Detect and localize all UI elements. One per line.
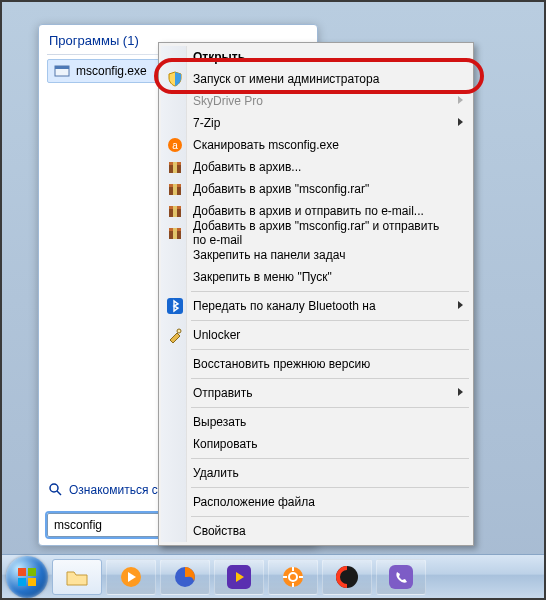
taskbar-settings-orange[interactable] <box>268 559 318 595</box>
context-menu-item[interactable]: Закрепить в меню "Пуск" <box>161 266 471 288</box>
context-menu-separator <box>191 407 469 408</box>
context-menu-item[interactable]: Копировать <box>161 433 471 455</box>
context-menu-item[interactable]: Добавить в архив... <box>161 156 471 178</box>
context-menu-item[interactable]: Восстановить прежнюю версию <box>161 353 471 375</box>
context-menu-item[interactable]: Закрепить на панели задач <box>161 244 471 266</box>
context-menu-item[interactable]: Открыть <box>161 46 471 68</box>
svg-rect-21 <box>28 568 36 576</box>
svg-rect-17 <box>173 228 177 239</box>
context-menu-item-label: Закрепить в меню "Пуск" <box>193 270 332 284</box>
ccleaner-icon <box>335 565 359 589</box>
context-menu-separator <box>191 320 469 321</box>
viber-icon <box>389 565 413 589</box>
taskbar <box>2 554 544 598</box>
gear-icon <box>281 565 305 589</box>
play-icon <box>227 565 251 589</box>
chevron-right-icon <box>458 388 463 396</box>
winrar-icon <box>166 158 184 176</box>
svg-rect-8 <box>173 162 177 173</box>
search-icon <box>49 483 63 497</box>
firefox-icon <box>173 565 197 589</box>
context-menu-item-label: Сканировать msconfig.exe <box>193 138 339 152</box>
winrar-icon <box>166 202 184 220</box>
taskbar-firefox[interactable] <box>160 559 210 595</box>
taskbar-media-purple[interactable] <box>214 559 264 595</box>
context-menu-item-label: SkyDrive Pro <box>193 94 263 108</box>
context-menu-separator <box>191 378 469 379</box>
taskbar-viber[interactable] <box>376 559 426 595</box>
unlocker-icon <box>166 326 184 344</box>
taskbar-explorer[interactable] <box>52 559 102 595</box>
start-button[interactable] <box>6 556 48 598</box>
context-menu-item-label: Добавить в архив и отправить по e-mail..… <box>193 204 424 218</box>
context-menu-item-label: Запуск от имени администратора <box>193 72 379 86</box>
context-menu-item-label: Копировать <box>193 437 258 451</box>
taskbar-ccleaner[interactable] <box>322 559 372 595</box>
learn-more-link[interactable]: Ознакомиться с <box>49 483 158 497</box>
context-menu-separator <box>191 291 469 292</box>
wmplayer-icon <box>119 565 143 589</box>
context-menu-item[interactable]: Добавить в архив "msconfig.rar" <box>161 178 471 200</box>
context-menu: ОткрытьЗапуск от имени администратораSky… <box>158 42 474 546</box>
context-menu-separator <box>191 487 469 488</box>
svg-rect-14 <box>173 206 177 217</box>
program-item-label: msconfig.exe <box>76 64 147 78</box>
winrar-icon <box>166 224 184 242</box>
svg-line-3 <box>57 491 61 495</box>
chevron-right-icon <box>458 301 463 309</box>
context-menu-item[interactable]: Вырезать <box>161 411 471 433</box>
context-menu-item-label: Добавить в архив... <box>193 160 301 174</box>
context-menu-item[interactable]: Расположение файла <box>161 491 471 513</box>
svg-point-19 <box>177 329 181 333</box>
svg-rect-23 <box>28 578 36 586</box>
svg-point-2 <box>50 484 58 492</box>
context-menu-item-label: Расположение файла <box>193 495 315 509</box>
folder-icon <box>65 567 89 587</box>
context-menu-item[interactable]: Unlocker <box>161 324 471 346</box>
context-menu-item[interactable]: Отправить <box>161 382 471 404</box>
svg-rect-1 <box>55 66 69 69</box>
context-menu-item-label: Свойства <box>193 524 246 538</box>
svg-text:a: a <box>172 140 178 151</box>
context-menu-item: SkyDrive Pro <box>161 90 471 112</box>
context-menu-item[interactable]: 7-Zip <box>161 112 471 134</box>
taskbar-wmplayer[interactable] <box>106 559 156 595</box>
svg-rect-20 <box>18 568 26 576</box>
context-menu-item-label: Открыть <box>193 50 245 64</box>
context-menu-item-label: Передать по каналу Bluetooth на <box>193 299 376 313</box>
svg-rect-36 <box>389 565 413 589</box>
context-menu-item-label: Удалить <box>193 466 239 480</box>
context-menu-item-label: 7-Zip <box>193 116 220 130</box>
context-menu-item[interactable]: Передать по каналу Bluetooth на <box>161 295 471 317</box>
learn-more-label: Ознакомиться с <box>69 483 158 497</box>
bluetooth-icon <box>166 297 184 315</box>
context-menu-item-label: Восстановить прежнюю версию <box>193 357 370 371</box>
windows-logo-icon <box>16 566 38 588</box>
context-menu-item-label: Добавить в архив "msconfig.rar" и отправ… <box>193 219 451 247</box>
context-menu-item[interactable]: Запуск от имени администратора <box>161 68 471 90</box>
chevron-right-icon <box>458 96 463 104</box>
context-menu-item[interactable]: aСканировать msconfig.exe <box>161 134 471 156</box>
context-menu-separator <box>191 458 469 459</box>
context-menu-item-label: Закрепить на панели задач <box>193 248 345 262</box>
context-menu-item[interactable]: Добавить в архив "msconfig.rar" и отправ… <box>161 222 471 244</box>
context-menu-item-label: Отправить <box>193 386 253 400</box>
search-input[interactable] <box>47 513 167 537</box>
context-menu-item-label: Unlocker <box>193 328 240 342</box>
context-menu-item-label: Добавить в архив "msconfig.rar" <box>193 182 369 196</box>
winrar-icon <box>166 180 184 198</box>
svg-rect-11 <box>173 184 177 195</box>
avast-icon: a <box>166 136 184 154</box>
context-menu-separator <box>191 349 469 350</box>
context-menu-item[interactable]: Удалить <box>161 462 471 484</box>
svg-rect-22 <box>18 578 26 586</box>
chevron-right-icon <box>458 118 463 126</box>
context-menu-item[interactable]: Свойства <box>161 520 471 542</box>
context-menu-item-label: Вырезать <box>193 415 246 429</box>
exe-icon <box>54 63 70 79</box>
context-menu-separator <box>191 516 469 517</box>
shield-icon <box>166 70 184 88</box>
